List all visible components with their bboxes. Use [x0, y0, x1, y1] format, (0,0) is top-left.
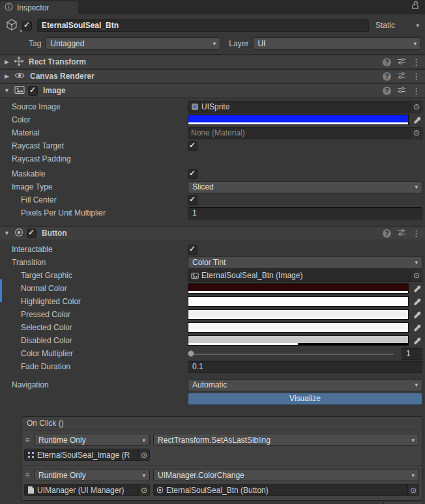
- pressed-color-swatch[interactable]: [188, 309, 409, 320]
- button-component-icon: [14, 228, 23, 239]
- eyedropper-icon[interactable]: [412, 337, 422, 345]
- material-label: Material: [12, 128, 188, 137]
- on-click-header: On Click (): [22, 417, 422, 430]
- on-click-title: On Click (): [27, 419, 64, 428]
- event-target-object-field[interactable]: EternalSoulSeal_Image (R ⊙: [24, 449, 150, 461]
- button-enabled-checkbox[interactable]: ✓: [27, 229, 37, 238]
- eyedropper-icon[interactable]: [412, 324, 422, 332]
- normal-color-row: Normal Color: [0, 282, 422, 295]
- drag-handle-icon[interactable]: ≡: [24, 471, 31, 480]
- visualize-button[interactable]: Visualize: [188, 393, 422, 405]
- navigation-dropdown[interactable]: Automatic ▾: [188, 379, 422, 391]
- interactable-checkbox[interactable]: ✓: [188, 245, 198, 255]
- color-multiplier-input[interactable]: [402, 348, 422, 360]
- gameobject-active-checkbox[interactable]: ✓: [22, 21, 32, 31]
- object-picker-icon[interactable]: ⊙: [411, 128, 422, 139]
- fill-center-checkbox[interactable]: ✓: [188, 195, 198, 205]
- lock-button[interactable]: [411, 1, 419, 12]
- help-icon[interactable]: ?: [383, 58, 391, 66]
- foldout-icon[interactable]: ▶: [3, 59, 11, 65]
- layer-dropdown[interactable]: UI ▾: [253, 37, 421, 49]
- disabled-color-swatch[interactable]: [188, 335, 409, 346]
- slider-track: [189, 354, 394, 355]
- foldout-icon[interactable]: ▶: [3, 73, 11, 79]
- help-icon[interactable]: ?: [383, 87, 391, 95]
- help-icon[interactable]: ?: [383, 72, 391, 81]
- event-target-object-field[interactable]: UIManager (UI Manager) ⊙: [24, 484, 150, 496]
- event-argument-object-field[interactable]: EternalSoulSeal_Btn (Button) ⊙: [153, 484, 419, 496]
- eyedropper-icon[interactable]: [412, 298, 422, 306]
- interactable-row: Interactable ✓: [0, 243, 422, 256]
- gameobject-header: ▾ ✓ Static ▾ Tag Untagged ▾ Layer UI ▾: [0, 14, 425, 55]
- kebab-menu-icon[interactable]: ⋮: [412, 72, 420, 81]
- visualize-row: Visualize: [0, 391, 422, 406]
- canvas-renderer-icon: [14, 72, 25, 81]
- image-type-label: Image Type: [12, 182, 188, 191]
- chevron-down-icon: ▾: [408, 472, 415, 479]
- static-dropdown[interactable]: Static ▾: [375, 21, 421, 30]
- raycast-target-row: Raycast Target ✓: [0, 139, 422, 152]
- event-mode-dropdown[interactable]: Runtime Only ▾: [34, 469, 150, 481]
- image-enabled-checkbox[interactable]: ✓: [28, 86, 38, 96]
- gameobject-name-input[interactable]: [37, 20, 369, 32]
- component-header-canvas-renderer[interactable]: ▶ Canvas Renderer ? ⋮: [0, 69, 425, 83]
- object-picker-icon[interactable]: ⊙: [411, 102, 422, 113]
- pressed-color-label: Pressed Color: [12, 310, 188, 319]
- eyedropper-icon[interactable]: [412, 116, 422, 124]
- chevron-down-icon: ▾: [411, 259, 418, 266]
- color-multiplier-label: Color Multiplier: [12, 349, 188, 358]
- help-icon[interactable]: ?: [383, 229, 391, 238]
- color-swatch[interactable]: [188, 115, 409, 125]
- event-mode-dropdown[interactable]: Runtime Only ▾: [34, 434, 150, 446]
- chevron-down-icon: ▾: [408, 437, 415, 443]
- raycast-target-checkbox[interactable]: ✓: [188, 141, 198, 151]
- highlighted-color-row: Highlighted Color: [0, 295, 422, 308]
- normal-color-swatch[interactable]: [188, 283, 409, 294]
- fade-duration-input[interactable]: [188, 361, 422, 373]
- source-image-object-field[interactable]: UISprite ⊙: [188, 101, 422, 113]
- raycast-padding-label: ▶Raycast Padding: [12, 154, 188, 163]
- selected-color-swatch[interactable]: [188, 322, 409, 333]
- object-picker-icon[interactable]: ⊙: [138, 484, 149, 496]
- pixels-per-unit-input[interactable]: [188, 207, 422, 219]
- component-header-button[interactable]: ▼ ✓ Button ? ⋮: [0, 226, 425, 240]
- image-type-dropdown[interactable]: Sliced ▾: [188, 181, 422, 193]
- gameobject-icon-selector[interactable]: ▾: [4, 18, 22, 33]
- kebab-menu-icon[interactable]: ⋮: [412, 57, 420, 67]
- component-header-image[interactable]: ▼ ✓ Image ? ⋮: [0, 83, 425, 98]
- interactable-label: Interactable: [12, 245, 188, 254]
- color-multiplier-row: Color Multiplier: [0, 347, 422, 360]
- transition-dropdown[interactable]: Color Tint ▾: [188, 257, 422, 269]
- event-function-dropdown[interactable]: UIManager.ColorChange ▾: [153, 469, 419, 481]
- static-caret-icon: ▾: [416, 22, 419, 29]
- fade-duration-label: Fade Duration: [12, 362, 188, 371]
- kebab-menu-icon[interactable]: ⋮: [412, 86, 420, 96]
- presets-icon[interactable]: [397, 57, 406, 67]
- highlighted-color-swatch[interactable]: [188, 296, 409, 307]
- material-object-field[interactable]: None (Material) ⊙: [188, 127, 422, 139]
- image-icon: [191, 272, 199, 279]
- inspector-tab-icon: [5, 3, 13, 13]
- foldout-icon[interactable]: ▼: [3, 230, 11, 236]
- eyedropper-icon[interactable]: [412, 311, 422, 319]
- component-header-rect-transform[interactable]: ▶ Rect Transform ? ⋮: [0, 55, 425, 69]
- foldout-icon[interactable]: ▼: [3, 87, 11, 94]
- eyedropper-icon[interactable]: [412, 285, 422, 293]
- tab-inspector[interactable]: Inspector: [0, 1, 78, 14]
- object-picker-icon[interactable]: ⊙: [411, 270, 422, 281]
- object-picker-icon[interactable]: ⊙: [138, 449, 149, 460]
- object-picker-icon[interactable]: ⊙: [407, 484, 418, 496]
- target-graphic-object-field[interactable]: EternalSoulSeal_Btn (Image) ⊙: [188, 270, 422, 282]
- cube-icon: [5, 18, 18, 31]
- presets-icon[interactable]: [397, 229, 406, 238]
- color-multiplier-slider[interactable]: [188, 348, 395, 359]
- event-function-dropdown[interactable]: RectTransform.SetAsLastSibling ▾: [153, 434, 419, 446]
- presets-icon[interactable]: [397, 86, 406, 96]
- slider-handle[interactable]: [188, 350, 194, 357]
- maskable-checkbox[interactable]: ✓: [188, 169, 198, 179]
- presets-icon[interactable]: [397, 72, 406, 81]
- chevron-down-icon: ▾: [411, 184, 418, 190]
- kebab-menu-icon[interactable]: ⋮: [412, 229, 420, 238]
- tag-dropdown[interactable]: Untagged ▾: [46, 37, 220, 49]
- drag-handle-icon[interactable]: ≡: [24, 436, 31, 445]
